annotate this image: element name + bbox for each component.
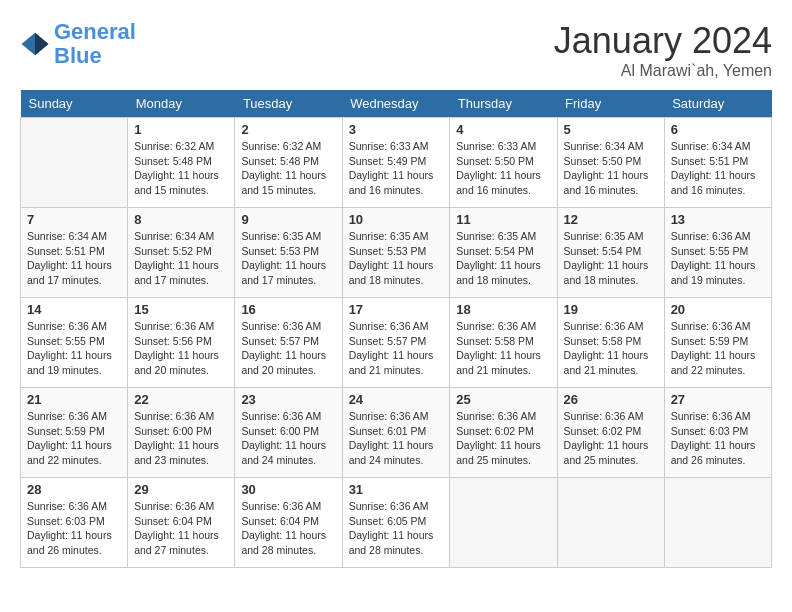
day-info: Sunrise: 6:36 AMSunset: 5:59 PMDaylight:… xyxy=(27,409,121,468)
calendar-cell: 24Sunrise: 6:36 AMSunset: 6:01 PMDayligh… xyxy=(342,388,450,478)
day-info: Sunrise: 6:32 AMSunset: 5:48 PMDaylight:… xyxy=(241,139,335,198)
day-info: Sunrise: 6:34 AMSunset: 5:51 PMDaylight:… xyxy=(671,139,765,198)
calendar-cell: 5Sunrise: 6:34 AMSunset: 5:50 PMDaylight… xyxy=(557,118,664,208)
day-number: 1 xyxy=(134,122,228,137)
weekday-header: Monday xyxy=(128,90,235,118)
day-info: Sunrise: 6:36 AMSunset: 5:58 PMDaylight:… xyxy=(456,319,550,378)
location-title: Al Marawi`ah, Yemen xyxy=(554,62,772,80)
calendar-cell: 25Sunrise: 6:36 AMSunset: 6:02 PMDayligh… xyxy=(450,388,557,478)
day-number: 28 xyxy=(27,482,121,497)
day-info: Sunrise: 6:36 AMSunset: 6:04 PMDaylight:… xyxy=(134,499,228,558)
day-info: Sunrise: 6:36 AMSunset: 6:01 PMDaylight:… xyxy=(349,409,444,468)
calendar-cell xyxy=(21,118,128,208)
calendar-cell xyxy=(557,478,664,568)
weekday-header: Saturday xyxy=(664,90,771,118)
calendar-cell: 1Sunrise: 6:32 AMSunset: 5:48 PMDaylight… xyxy=(128,118,235,208)
day-info: Sunrise: 6:35 AMSunset: 5:54 PMDaylight:… xyxy=(456,229,550,288)
day-info: Sunrise: 6:33 AMSunset: 5:50 PMDaylight:… xyxy=(456,139,550,198)
day-number: 29 xyxy=(134,482,228,497)
weekday-header: Wednesday xyxy=(342,90,450,118)
day-info: Sunrise: 6:35 AMSunset: 5:53 PMDaylight:… xyxy=(241,229,335,288)
calendar-cell: 27Sunrise: 6:36 AMSunset: 6:03 PMDayligh… xyxy=(664,388,771,478)
day-number: 26 xyxy=(564,392,658,407)
calendar-week-row: 7Sunrise: 6:34 AMSunset: 5:51 PMDaylight… xyxy=(21,208,772,298)
day-info: Sunrise: 6:36 AMSunset: 5:57 PMDaylight:… xyxy=(241,319,335,378)
day-info: Sunrise: 6:32 AMSunset: 5:48 PMDaylight:… xyxy=(134,139,228,198)
svg-marker-1 xyxy=(35,33,49,56)
day-number: 12 xyxy=(564,212,658,227)
calendar-cell: 19Sunrise: 6:36 AMSunset: 5:58 PMDayligh… xyxy=(557,298,664,388)
day-number: 6 xyxy=(671,122,765,137)
calendar-cell: 7Sunrise: 6:34 AMSunset: 5:51 PMDaylight… xyxy=(21,208,128,298)
day-info: Sunrise: 6:36 AMSunset: 6:04 PMDaylight:… xyxy=(241,499,335,558)
day-info: Sunrise: 6:36 AMSunset: 6:03 PMDaylight:… xyxy=(27,499,121,558)
day-info: Sunrise: 6:36 AMSunset: 5:59 PMDaylight:… xyxy=(671,319,765,378)
calendar-week-row: 28Sunrise: 6:36 AMSunset: 6:03 PMDayligh… xyxy=(21,478,772,568)
month-title: January 2024 xyxy=(554,20,772,62)
day-number: 22 xyxy=(134,392,228,407)
calendar-cell: 13Sunrise: 6:36 AMSunset: 5:55 PMDayligh… xyxy=(664,208,771,298)
day-number: 9 xyxy=(241,212,335,227)
calendar-week-row: 21Sunrise: 6:36 AMSunset: 5:59 PMDayligh… xyxy=(21,388,772,478)
day-info: Sunrise: 6:35 AMSunset: 5:53 PMDaylight:… xyxy=(349,229,444,288)
calendar-cell: 2Sunrise: 6:32 AMSunset: 5:48 PMDaylight… xyxy=(235,118,342,208)
day-info: Sunrise: 6:36 AMSunset: 6:02 PMDaylight:… xyxy=(456,409,550,468)
calendar-cell: 14Sunrise: 6:36 AMSunset: 5:55 PMDayligh… xyxy=(21,298,128,388)
day-number: 14 xyxy=(27,302,121,317)
calendar-cell: 17Sunrise: 6:36 AMSunset: 5:57 PMDayligh… xyxy=(342,298,450,388)
day-number: 16 xyxy=(241,302,335,317)
day-number: 24 xyxy=(349,392,444,407)
day-number: 27 xyxy=(671,392,765,407)
day-info: Sunrise: 6:34 AMSunset: 5:51 PMDaylight:… xyxy=(27,229,121,288)
calendar-cell: 26Sunrise: 6:36 AMSunset: 6:02 PMDayligh… xyxy=(557,388,664,478)
day-number: 8 xyxy=(134,212,228,227)
day-number: 3 xyxy=(349,122,444,137)
day-number: 4 xyxy=(456,122,550,137)
calendar-cell: 10Sunrise: 6:35 AMSunset: 5:53 PMDayligh… xyxy=(342,208,450,298)
day-number: 25 xyxy=(456,392,550,407)
calendar-cell: 11Sunrise: 6:35 AMSunset: 5:54 PMDayligh… xyxy=(450,208,557,298)
day-info: Sunrise: 6:36 AMSunset: 6:02 PMDaylight:… xyxy=(564,409,658,468)
calendar-cell: 21Sunrise: 6:36 AMSunset: 5:59 PMDayligh… xyxy=(21,388,128,478)
day-number: 7 xyxy=(27,212,121,227)
day-number: 2 xyxy=(241,122,335,137)
day-info: Sunrise: 6:34 AMSunset: 5:50 PMDaylight:… xyxy=(564,139,658,198)
calendar-cell: 6Sunrise: 6:34 AMSunset: 5:51 PMDaylight… xyxy=(664,118,771,208)
day-number: 18 xyxy=(456,302,550,317)
calendar-cell xyxy=(450,478,557,568)
calendar-cell: 3Sunrise: 6:33 AMSunset: 5:49 PMDaylight… xyxy=(342,118,450,208)
calendar-week-row: 14Sunrise: 6:36 AMSunset: 5:55 PMDayligh… xyxy=(21,298,772,388)
weekday-header: Tuesday xyxy=(235,90,342,118)
calendar-cell xyxy=(664,478,771,568)
calendar-table: SundayMondayTuesdayWednesdayThursdayFrid… xyxy=(20,90,772,568)
calendar-cell: 30Sunrise: 6:36 AMSunset: 6:04 PMDayligh… xyxy=(235,478,342,568)
page-header: General Blue January 2024 Al Marawi`ah, … xyxy=(20,20,772,80)
calendar-cell: 31Sunrise: 6:36 AMSunset: 6:05 PMDayligh… xyxy=(342,478,450,568)
weekday-header: Friday xyxy=(557,90,664,118)
logo: General Blue xyxy=(20,20,136,68)
day-info: Sunrise: 6:36 AMSunset: 6:05 PMDaylight:… xyxy=(349,499,444,558)
day-number: 5 xyxy=(564,122,658,137)
day-number: 11 xyxy=(456,212,550,227)
day-info: Sunrise: 6:36 AMSunset: 5:55 PMDaylight:… xyxy=(27,319,121,378)
day-number: 30 xyxy=(241,482,335,497)
calendar-cell: 20Sunrise: 6:36 AMSunset: 5:59 PMDayligh… xyxy=(664,298,771,388)
day-info: Sunrise: 6:36 AMSunset: 6:00 PMDaylight:… xyxy=(241,409,335,468)
calendar-cell: 22Sunrise: 6:36 AMSunset: 6:00 PMDayligh… xyxy=(128,388,235,478)
day-info: Sunrise: 6:33 AMSunset: 5:49 PMDaylight:… xyxy=(349,139,444,198)
day-number: 21 xyxy=(27,392,121,407)
calendar-cell: 28Sunrise: 6:36 AMSunset: 6:03 PMDayligh… xyxy=(21,478,128,568)
day-number: 31 xyxy=(349,482,444,497)
calendar-cell: 23Sunrise: 6:36 AMSunset: 6:00 PMDayligh… xyxy=(235,388,342,478)
day-info: Sunrise: 6:36 AMSunset: 5:57 PMDaylight:… xyxy=(349,319,444,378)
day-info: Sunrise: 6:36 AMSunset: 5:55 PMDaylight:… xyxy=(671,229,765,288)
calendar-cell: 16Sunrise: 6:36 AMSunset: 5:57 PMDayligh… xyxy=(235,298,342,388)
calendar-cell: 8Sunrise: 6:34 AMSunset: 5:52 PMDaylight… xyxy=(128,208,235,298)
day-info: Sunrise: 6:35 AMSunset: 5:54 PMDaylight:… xyxy=(564,229,658,288)
logo-icon xyxy=(20,29,50,59)
weekday-header: Thursday xyxy=(450,90,557,118)
calendar-cell: 12Sunrise: 6:35 AMSunset: 5:54 PMDayligh… xyxy=(557,208,664,298)
day-number: 17 xyxy=(349,302,444,317)
day-info: Sunrise: 6:36 AMSunset: 5:56 PMDaylight:… xyxy=(134,319,228,378)
weekday-header: Sunday xyxy=(21,90,128,118)
